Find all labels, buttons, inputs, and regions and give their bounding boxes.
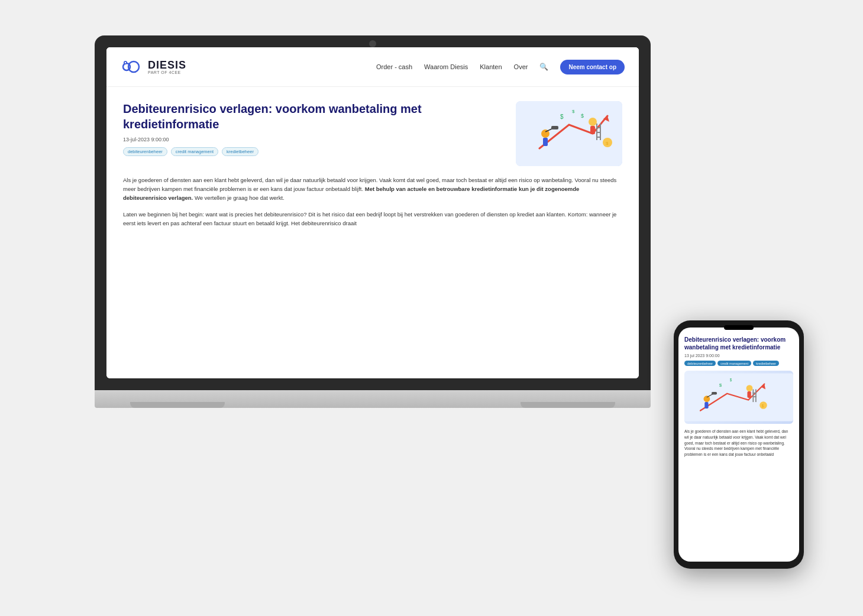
svg-text:$: $: [719, 382, 722, 388]
svg-rect-9: [551, 126, 558, 129]
article-tags: debiteurenbeheer credit management kredi…: [123, 147, 504, 156]
phone-date: 13 jul 2023 9:00:00: [684, 354, 793, 358]
phone-tag-credit-management[interactable]: credit management: [717, 361, 751, 366]
website: DIESIS PART OF 4CEE Order - cash Waarom …: [106, 47, 639, 378]
tag-credit-management[interactable]: credit management: [171, 147, 218, 156]
logo-icon: [121, 56, 143, 78]
laptop-body: DIESIS PART OF 4CEE Order - cash Waarom …: [95, 35, 651, 390]
svg-point-10: [589, 118, 597, 126]
svg-text:$: $: [560, 114, 564, 120]
svg-rect-33: [752, 396, 756, 397]
phone-article-image: $ $ $: [684, 371, 793, 424]
svg-rect-11: [590, 126, 595, 134]
laptop-camera: [369, 40, 376, 47]
logo-area: DIESIS PART OF 4CEE: [121, 56, 186, 78]
nav-klanten[interactable]: Klanten: [480, 63, 502, 70]
phone-screen: Debiteurenrisico verlagen: voorkom wanbe…: [678, 328, 799, 562]
svg-text:$: $: [581, 113, 584, 119]
phone-notch: [724, 325, 754, 330]
nav-waarom[interactable]: Waarom Diesis: [424, 63, 468, 70]
phone-body-text: Als je goederen of diensten aan een klan…: [684, 429, 793, 458]
article-date: 13-jul-2023 9:00:00: [123, 137, 504, 142]
article-title: Debiteurenrisico verlagen: voorkom wanbe…: [123, 101, 504, 132]
search-icon[interactable]: 🔍: [539, 63, 548, 71]
svg-rect-25: [704, 402, 708, 408]
laptop-foot-left: [130, 402, 225, 408]
phone-article-title: Debiteurenrisico verlagen: voorkom wanbe…: [684, 336, 793, 351]
site-header: DIESIS PART OF 4CEE Order - cash Waarom …: [106, 47, 639, 87]
svg-rect-27: [712, 392, 717, 395]
tag-kredietbeheer[interactable]: kredietbeheer: [222, 147, 258, 156]
contact-button[interactable]: Neem contact op: [560, 60, 625, 74]
nav-order-cash[interactable]: Order - cash: [376, 63, 412, 70]
phone-mockup: Debiteurenrisico verlagen: voorkom wanbe…: [674, 320, 804, 569]
svg-point-3: [125, 62, 126, 63]
article-illustration: $ $ $ $: [516, 101, 622, 166]
svg-text:$: $: [762, 404, 764, 408]
svg-rect-31: [755, 389, 757, 402]
phone-illustration: $ $ $: [684, 371, 793, 424]
svg-rect-15: [596, 132, 601, 133]
svg-rect-29: [747, 391, 751, 398]
svg-text:$: $: [572, 109, 575, 114]
svg-text:$: $: [730, 378, 732, 382]
logo-name: DIESIS: [148, 60, 186, 70]
phone-content: Debiteurenrisico verlagen: voorkom wanbe…: [678, 328, 799, 562]
nav-links: Order - cash Waarom Diesis Klanten Over …: [376, 60, 625, 74]
nav-over[interactable]: Over: [514, 63, 528, 70]
phone-tags: debiteurenbeheer credit management kredi…: [684, 361, 793, 366]
svg-rect-32: [752, 393, 756, 394]
svg-rect-4: [516, 101, 622, 166]
article-header-left: Debiteurenrisico verlagen: voorkom wanbe…: [123, 101, 504, 166]
laptop-mockup: DIESIS PART OF 4CEE Order - cash Waarom …: [95, 35, 651, 461]
laptop-screen: DIESIS PART OF 4CEE Order - cash Waarom …: [106, 47, 639, 378]
phone-tag-kredietbeheer[interactable]: kredietbeheer: [753, 361, 779, 366]
laptop-base: [95, 390, 651, 408]
logo-text: DIESIS PART OF 4CEE: [148, 60, 186, 74]
article-para1: Als je goederen of diensten aan een klan…: [123, 176, 622, 203]
laptop-foot-right: [521, 402, 615, 408]
svg-point-24: [703, 395, 710, 402]
svg-point-28: [746, 385, 753, 391]
article-image: $ $ $ $: [516, 101, 622, 166]
svg-rect-7: [543, 138, 548, 146]
article-para2: Laten we beginnen bij het begin: want wa…: [123, 210, 622, 228]
svg-rect-14: [596, 127, 601, 128]
article-body: Als je goederen of diensten aan een klan…: [123, 176, 622, 235]
phone-tag-debiteurenbeheer[interactable]: debiteurenbeheer: [684, 361, 716, 366]
tag-debiteurenbeheer[interactable]: debiteurenbeheer: [123, 147, 167, 156]
logo-sub: PART OF 4CEE: [148, 70, 186, 74]
article-header: Debiteurenrisico verlagen: voorkom wanbe…: [123, 101, 622, 166]
svg-text:$: $: [606, 141, 609, 146]
svg-rect-16: [596, 137, 601, 138]
svg-rect-30: [752, 389, 754, 402]
phone-body: Debiteurenrisico verlagen: voorkom wanbe…: [674, 320, 804, 569]
site-content: Debiteurenrisico verlagen: voorkom wanbe…: [106, 87, 639, 249]
